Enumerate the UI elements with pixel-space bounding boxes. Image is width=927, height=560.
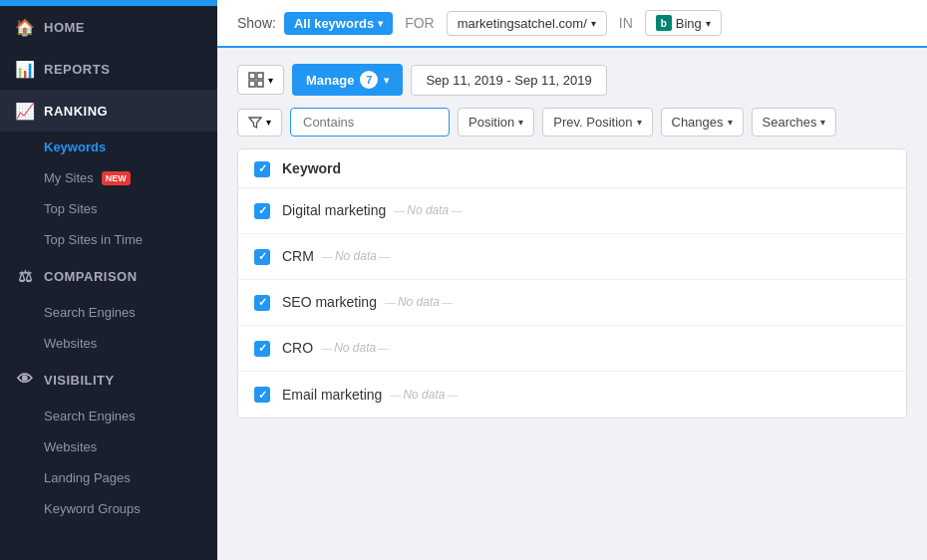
sidebar: 🏠 HOME 📊 REPORTS 📈 RANKING Keywords My S… [0,0,217,560]
sidebar-subitem-landing-pages[interactable]: Landing Pages [0,462,217,493]
row-4-keyword-text: CRO [282,340,313,356]
row-2-checkbox[interactable] [254,247,270,265]
domain-selector-button[interactable]: marketingsatchel.com/ ▾ [447,11,607,36]
in-label: IN [619,15,633,31]
sidebar-subitem-websites[interactable]: Websites [0,328,217,359]
main-content: Show: All keywords ▾ FOR marketingsatche… [217,0,927,560]
row-3-keyword-text: SEO marketing [282,294,377,310]
row-3-checkbox-control[interactable] [254,295,270,311]
row-1-keyword-text: Digital marketing [282,202,386,218]
row-1-checkbox-control[interactable] [254,203,270,219]
sidebar-item-comparison[interactable]: ⚖ COMPARISON [0,255,217,297]
engine-dropdown-arrow: ▾ [706,18,711,29]
prev-position-filter-button[interactable]: Prev. Position ▾ [542,108,652,137]
sidebar-visibility-label: VISIBILITY [44,373,115,388]
sidebar-comparison-label: COMPARISON [44,269,138,284]
reports-icon: 📊 [16,60,34,78]
row-2-no-data: No data [322,249,390,263]
searches-filter-button[interactable]: Searches ▾ [752,108,837,137]
row-3-no-data: No data [385,295,453,309]
bing-icon: b [656,15,672,31]
changes-arrow: ▾ [728,117,733,128]
ranking-icon: 📈 [16,102,34,120]
filter-dropdown-arrow: ▾ [266,117,271,128]
filter-icon [248,116,262,130]
table-row: CRO No data [238,326,906,372]
row-4-no-data: No data [321,341,389,355]
row-4-keyword-cell: CRO No data [282,340,890,356]
top-bar: Show: All keywords ▾ FOR marketingsatche… [217,0,927,48]
visibility-icon: 👁 [16,371,34,389]
row-5-no-data: No data [390,388,458,402]
table-header: Keyword [238,149,906,188]
keyword-column-header: Keyword [282,160,341,176]
header-checkbox[interactable] [254,159,270,177]
row-5-keyword-text: Email marketing [282,387,382,403]
sidebar-item-home[interactable]: 🏠 HOME [0,6,217,48]
comparison-icon: ⚖ [16,267,34,285]
table-row: SEO marketing No data [238,280,906,326]
new-badge: NEW [102,171,131,185]
sidebar-subitem-keyword-groups[interactable]: Keyword Groups [0,493,217,524]
contains-input[interactable] [290,108,450,137]
sidebar-subitem-my-sites[interactable]: My Sites NEW [0,162,217,193]
table-row: CRM No data [238,234,906,280]
row-4-checkbox[interactable] [254,339,270,357]
filter-row: ▾ Position ▾ Prev. Position ▾ Changes ▾ … [237,108,907,137]
svg-rect-1 [257,73,263,79]
sidebar-subitem-search-engines[interactable]: Search Engines [0,297,217,328]
domain-dropdown-arrow: ▾ [591,18,596,29]
home-icon: 🏠 [16,18,34,36]
keyword-selector-button[interactable]: All keywords ▾ [284,12,393,35]
table-row: Email marketing No data [238,372,906,418]
table-view-dropdown-arrow: ▾ [268,75,273,86]
prev-position-arrow: ▾ [637,117,642,128]
sidebar-item-ranking[interactable]: 📈 RANKING [0,90,217,132]
sidebar-subitem-search-engines-v[interactable]: Search Engines [0,401,217,431]
row-2-keyword-cell: CRM No data [282,248,890,264]
for-label: FOR [405,15,435,31]
table-view-button[interactable]: ▾ [237,65,284,95]
sidebar-subitem-keywords[interactable]: Keywords [0,132,217,162]
table-row: Digital marketing No data [238,188,906,234]
svg-rect-0 [249,73,255,79]
row-2-checkbox-control[interactable] [254,249,270,265]
content-area: ▾ Manage 7 ▾ Sep 11, 2019 - Sep 11, 2019… [217,48,927,560]
row-5-checkbox-control[interactable] [254,387,270,403]
position-arrow: ▾ [518,117,523,128]
row-3-checkbox[interactable] [254,293,270,311]
sidebar-ranking-label: RANKING [44,104,108,119]
date-range-button[interactable]: Sep 11, 2019 - Sep 11, 2019 [411,65,606,96]
row-4-checkbox-control[interactable] [254,341,270,357]
toolbar-row: ▾ Manage 7 ▾ Sep 11, 2019 - Sep 11, 2019 [237,64,907,96]
engine-selector-button[interactable]: b Bing ▾ [645,10,722,36]
svg-rect-3 [257,81,263,87]
filter-button[interactable]: ▾ [237,109,282,137]
show-label: Show: [237,15,276,31]
row-3-keyword-cell: SEO marketing No data [282,294,890,310]
table-grid-icon [248,72,264,88]
sidebar-item-reports[interactable]: 📊 REPORTS [0,48,217,90]
keyword-table: Keyword Digital marketing No data CRM [237,148,907,419]
row-5-keyword-cell: Email marketing No data [282,387,890,403]
sidebar-reports-label: REPORTS [44,62,110,77]
row-1-no-data: No data [394,203,462,217]
svg-rect-2 [249,81,255,87]
changes-filter-button[interactable]: Changes ▾ [661,108,744,137]
sidebar-item-visibility[interactable]: 👁 VISIBILITY [0,359,217,401]
row-2-keyword-text: CRM [282,248,314,264]
row-1-checkbox[interactable] [254,201,270,219]
manage-dropdown-arrow: ▾ [384,75,389,86]
searches-arrow: ▾ [820,117,825,128]
sidebar-home-label: HOME [44,20,85,35]
sidebar-subitem-websites-v[interactable]: Websites [0,431,217,462]
keyword-dropdown-arrow: ▾ [378,18,383,29]
row-5-checkbox[interactable] [254,386,270,404]
manage-button[interactable]: Manage 7 ▾ [292,64,403,96]
header-checkbox-control[interactable] [254,161,270,177]
position-filter-button[interactable]: Position ▾ [458,108,534,137]
sidebar-subitem-top-sites[interactable]: Top Sites [0,193,217,224]
manage-badge: 7 [360,71,378,89]
sidebar-subitem-top-sites-time[interactable]: Top Sites in Time [0,224,217,255]
row-1-keyword-cell: Digital marketing No data [282,202,890,218]
